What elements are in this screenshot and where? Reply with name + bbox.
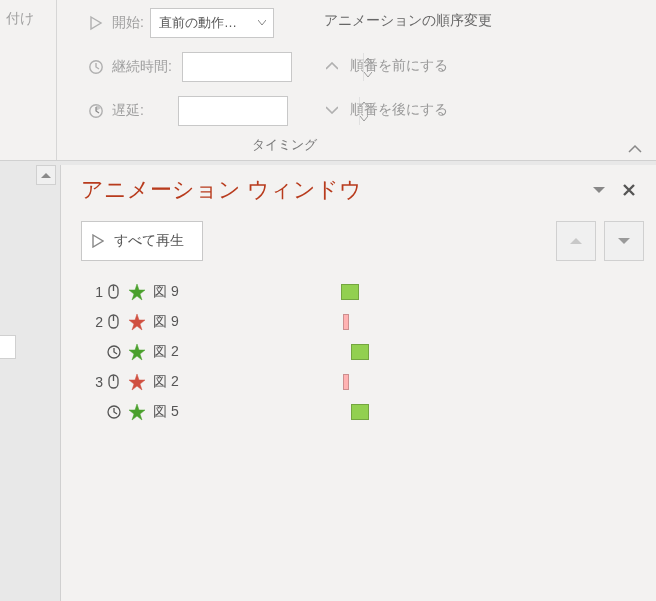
chevron-down-icon xyxy=(255,20,269,26)
pane-options-icon[interactable] xyxy=(584,175,614,205)
anim-number: 3 xyxy=(85,374,103,390)
entrance-star-icon xyxy=(125,343,149,361)
svg-marker-14 xyxy=(129,404,145,420)
scroll-up-button[interactable] xyxy=(36,165,56,185)
start-combo[interactable]: 直前の動作… xyxy=(150,8,274,38)
ribbon-divider xyxy=(56,0,57,160)
anim-object-name: 図 2 xyxy=(149,343,209,361)
chevron-up-icon xyxy=(324,62,340,70)
entrance-star-icon xyxy=(125,283,149,301)
move-down-button[interactable] xyxy=(604,221,644,261)
chevron-down-icon xyxy=(324,106,340,114)
thumbnail-sliver xyxy=(0,335,16,359)
animation-row[interactable]: 図 5 xyxy=(85,397,656,427)
mouse-icon xyxy=(103,314,125,330)
timeline-bar xyxy=(343,314,349,330)
move-earlier-button[interactable]: 順番を前にする xyxy=(324,44,492,88)
animation-list: 1図 92図 9図 23図 2図 5 xyxy=(61,271,656,427)
animation-row[interactable]: 2図 9 xyxy=(85,307,656,337)
mouse-icon xyxy=(103,284,125,300)
anim-number: 1 xyxy=(85,284,103,300)
delay-label: 遅延: xyxy=(112,102,144,120)
play-icon xyxy=(92,234,104,248)
ribbon-group-name: タイミング xyxy=(124,136,444,154)
clock-icon xyxy=(103,344,125,360)
pane-title: アニメーション ウィンドウ xyxy=(81,175,584,205)
duration-spinner[interactable] xyxy=(182,52,292,82)
delay-clock-icon xyxy=(86,101,106,121)
animation-row[interactable]: 図 2 xyxy=(85,337,656,367)
duration-label: 継続時間: xyxy=(112,58,172,76)
anim-object-name: 図 5 xyxy=(149,403,209,421)
start-icon xyxy=(86,13,106,33)
start-label: 開始: xyxy=(112,14,144,32)
reorder-title: アニメーションの順序変更 xyxy=(324,12,492,30)
delay-spinner[interactable] xyxy=(178,96,288,126)
collapse-ribbon-icon[interactable] xyxy=(628,144,642,154)
move-later-label: 順番を後にする xyxy=(350,101,448,119)
svg-marker-9 xyxy=(129,344,145,360)
svg-marker-4 xyxy=(129,284,145,300)
timeline-bar xyxy=(343,374,349,390)
timeline-bar xyxy=(341,284,359,300)
svg-marker-7 xyxy=(129,314,145,330)
animation-pane: アニメーション ウィンドウ すべて再生 1図 92図 9図 xyxy=(60,165,656,601)
svg-marker-12 xyxy=(129,374,145,390)
ribbon-left-fragment: 付け xyxy=(0,10,34,28)
timeline-bar xyxy=(351,344,369,360)
anim-object-name: 図 2 xyxy=(149,373,209,391)
exit-star-icon xyxy=(125,313,149,331)
anim-object-name: 図 9 xyxy=(149,283,209,301)
clock-icon xyxy=(103,404,125,420)
start-combo-value: 直前の動作… xyxy=(159,14,255,32)
clock-icon xyxy=(86,57,106,77)
move-earlier-label: 順番を前にする xyxy=(350,57,448,75)
play-all-label: すべて再生 xyxy=(114,232,184,250)
animation-row[interactable]: 3図 2 xyxy=(85,367,656,397)
close-icon[interactable] xyxy=(614,175,644,205)
anim-object-name: 図 9 xyxy=(149,313,209,331)
mouse-icon xyxy=(103,374,125,390)
entrance-star-icon xyxy=(125,403,149,421)
play-all-button[interactable]: すべて再生 xyxy=(81,221,203,261)
move-later-button[interactable]: 順番を後にする xyxy=(324,88,492,132)
anim-number: 2 xyxy=(85,314,103,330)
move-up-button[interactable] xyxy=(556,221,596,261)
exit-star-icon xyxy=(125,373,149,391)
animation-row[interactable]: 1図 9 xyxy=(85,277,656,307)
timeline-bar xyxy=(351,404,369,420)
